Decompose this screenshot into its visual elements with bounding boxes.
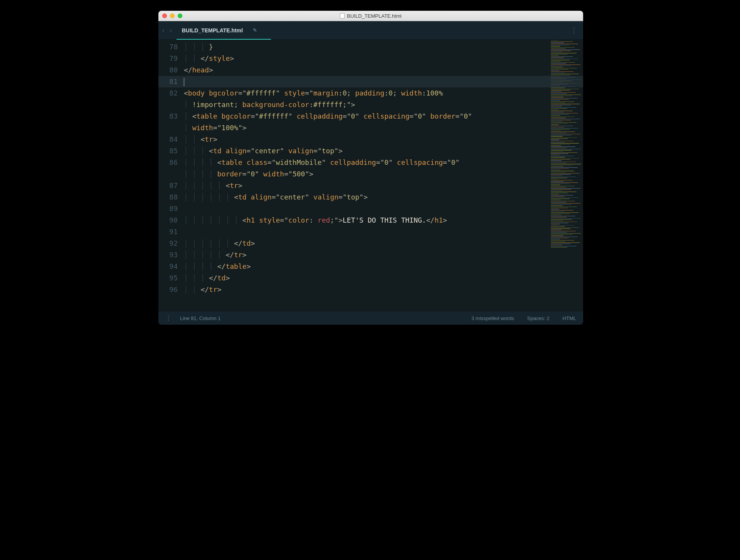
tab-active[interactable]: BUILD_TEMPLATE.html ✎ [180,21,259,39]
cursor-position[interactable]: Line 81, Column 1 [180,315,221,321]
nav-forward-icon[interactable]: › [170,27,172,34]
status-bar: ⋮ Line 81, Column 1 3 misspelled words S… [158,312,583,325]
code-editor[interactable]: 7879808182 83 848586 8788899091929394959… [158,40,583,312]
pencil-icon[interactable]: ✎ [253,27,257,33]
nav-arrows: ‹ › [162,27,172,34]
language-mode[interactable]: HTML [563,315,576,321]
statusbar-more-icon[interactable]: ⋮ [165,315,172,322]
window-title: BUILD_TEMPLATE.html [158,13,583,19]
code-area[interactable]: │ │ │ }│ │ </style></head><body bgcolor=… [182,40,583,312]
tab-filename: BUILD_TEMPLATE.html [182,27,243,34]
editor-window: BUILD_TEMPLATE.html ‹ › BUILD_TEMPLATE.h… [158,11,583,325]
titlebar: BUILD_TEMPLATE.html [158,11,583,21]
indent-status[interactable]: Spaces: 2 [527,315,550,321]
tabbar-more-icon[interactable]: ⋮ [570,26,578,35]
document-icon [340,13,345,18]
tab-bar: ‹ › BUILD_TEMPLATE.html ✎ ⋮ [158,21,583,40]
nav-back-icon[interactable]: ‹ [162,27,164,34]
spellcheck-status[interactable]: 3 misspelled words [471,315,514,321]
window-title-text: BUILD_TEMPLATE.html [347,13,401,19]
